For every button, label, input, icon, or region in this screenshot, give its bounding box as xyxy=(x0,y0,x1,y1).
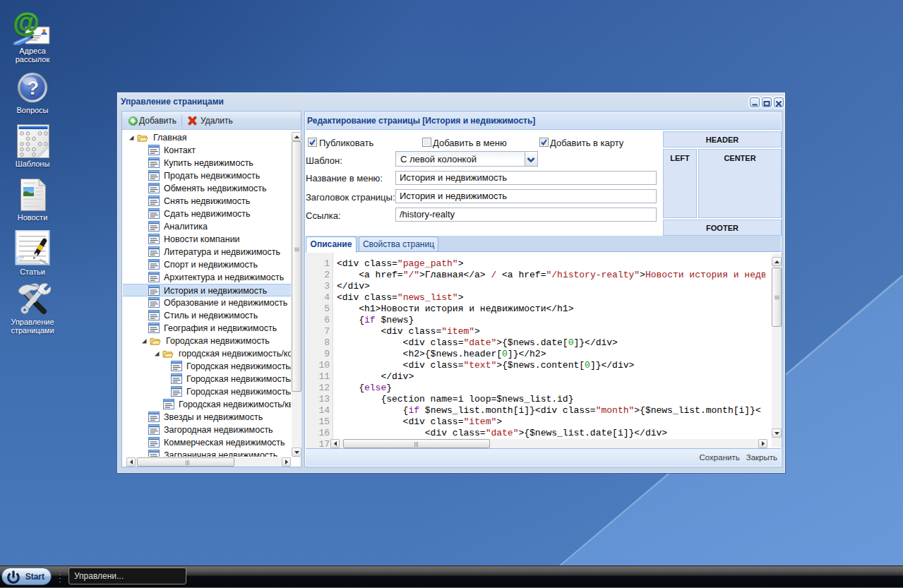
svg-text:@: @ xyxy=(13,10,39,37)
svg-text:?: ? xyxy=(27,77,39,99)
